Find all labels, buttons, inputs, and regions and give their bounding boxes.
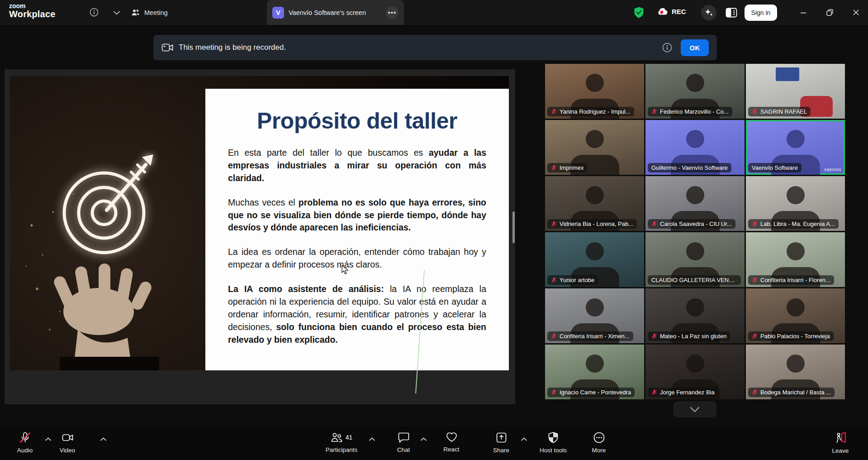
participant-name: Federico Marzovillo - Co... [660,108,729,115]
muted-mic-icon [651,109,657,115]
tile-watermark: vaenvio [824,167,841,172]
audio-button[interactable]: Audio [11,431,39,454]
ai-companion-icon[interactable] [701,5,716,20]
participant-name: CLAUDIO GALLETERIA VENE... [651,277,737,283]
shield-icon [547,431,559,444]
heart-icon [446,431,458,443]
recording-indicator[interactable]: REC [657,7,686,16]
audio-options-chevron[interactable] [43,436,52,443]
participant-name: Imprimex [560,164,583,171]
participant-name: Mateo - La Paz sin gluten [660,333,726,340]
muted-mic-icon [651,221,657,227]
mouse-cursor-icon [342,265,349,275]
zoom-window: zoom Workplace Meeting V Vaenvío Softwar… [0,0,868,460]
participant-tile[interactable]: Yanina Rodriguez - Impul... [545,64,644,119]
zoom-workplace-logo: zoom Workplace [9,3,56,19]
participants-options-chevron[interactable] [367,436,376,443]
slide-text-panel: Propósito del taller En esta parte del t… [205,89,509,370]
participant-tile[interactable]: Confiteria Irisarri - Floren... [746,232,845,287]
slide-paragraph: La IA como asistente de análisis: la IA … [228,283,486,346]
participant-tile[interactable]: Mateo - La Paz sin gluten [645,288,745,343]
participant-nametag: Jorge Fernandez Bia [648,388,718,397]
tab-meeting[interactable]: Meeting [125,0,174,25]
more-button[interactable]: More [586,431,612,454]
chat-options-chevron[interactable] [419,436,428,443]
participant-tile[interactable]: Imprimex [545,120,644,175]
participant-nametag: Confiteria Irisarri - Ximen... [547,331,633,341]
participant-nametag: Confiteria Irisarri - Floren... [748,275,834,285]
participant-tile[interactable]: CLAUDIO GALLETERIA VENE... [645,232,745,287]
minimize-button[interactable] [796,8,811,17]
participant-tile[interactable]: Bodega Marichal / Basta ... [746,345,845,399]
close-button[interactable] [849,7,863,18]
participant-nametag: Bodega Marichal / Basta ... [748,388,835,397]
participant-name: Ignacio Came - Pontevedra [560,389,631,396]
recording-banner-text: This meeting is being recorded. [179,43,662,52]
tab-screen-share[interactable]: V Vaenvío Software's screen ••• [267,0,404,25]
react-button[interactable]: React [437,431,466,453]
chat-button[interactable]: Chat [389,431,418,453]
participant-tile[interactable]: Federico Marzovillo - Co... [645,64,745,119]
participant-name: Pablo Palacios - Torrevieja [760,333,830,340]
share-options-chevron[interactable] [519,436,528,443]
participant-name: Confiteria Irisarri - Floren... [760,277,830,283]
video-label: Video [60,447,75,454]
participant-nametag: CLAUDIO GALLETERIA VENE... [648,275,741,285]
muted-mic-icon [752,389,758,395]
participant-name: SAGRIN RAFAEL [760,108,807,115]
sign-in-button[interactable]: Sign in [745,5,777,21]
restore-button[interactable] [822,7,837,18]
participant-tile[interactable]: Carola Saavedra - CIU Ur... [645,176,745,231]
muted-mic-icon [752,109,758,115]
muted-mic-icon [551,277,557,283]
participant-nametag: Mateo - La Paz sin gluten [648,331,730,341]
tab-screen-share-label: Vaenvío Software's screen [289,9,386,16]
scrollbar-handle[interactable] [512,211,515,243]
slide-paragraph: En esta parte del taller lo que buscamos… [228,147,486,185]
leave-label: Leave [832,447,849,454]
participant-tile[interactable]: Lab. Libra - Ma. Eugenia A... [746,176,845,231]
tab-meeting-label: Meeting [144,9,168,16]
share-button[interactable]: Share [487,431,516,454]
participant-tile[interactable]: Ignacio Came - Pontevedra [545,345,644,399]
participant-tile[interactable]: Jorge Fernandez Bia [645,345,745,399]
video-button[interactable]: Video [53,431,81,454]
muted-mic-icon [551,221,557,227]
share-label: Share [493,447,509,454]
participant-tile[interactable]: Yunior artobe [545,232,644,287]
muted-mic-icon [651,389,657,395]
participant-name: Vaenvío Software [752,164,798,171]
chevron-down-icon[interactable] [112,9,121,16]
tab-options-ellipsis-icon[interactable]: ••• [386,6,398,19]
participant-tile[interactable]: Vaenvío Softwarevaenvio [746,120,845,175]
participant-tile[interactable]: Confiteria Irisarri - Ximen... [545,288,644,343]
security-shield-icon[interactable] [632,6,645,19]
participant-nametag: Guillermo - Vaenvío Software [648,163,731,172]
side-panel-icon[interactable] [725,6,738,19]
muted-mic-icon [551,389,557,395]
brand-line2: Workplace [9,10,56,19]
participant-name: Yunior artobe [560,277,594,283]
leave-button[interactable]: Leave [826,431,855,454]
participant-name: Confiteria Irisarri - Ximen... [560,333,630,340]
participant-tile[interactable]: Guillermo - Vaenvío Software [645,120,745,175]
meeting-info-icon[interactable] [89,7,100,18]
ok-button[interactable]: OK [681,39,709,56]
slide-title: Propósito del taller [205,108,509,134]
participant-tile[interactable]: Pablo Palacios - Torrevieja [746,288,845,343]
participants-button[interactable]: 41 Participants [317,431,366,453]
host-tools-label: Host tools [540,447,567,454]
host-tools-button[interactable]: Host tools [534,431,573,454]
participant-tile[interactable]: Vidrieria Bia - Lorena, Pab... [545,176,644,231]
participant-name: Vidrieria Bia - Lorena, Pab... [560,220,633,227]
audio-label: Audio [17,447,33,454]
banner-info-icon[interactable] [662,42,673,53]
slide-paragraph: La idea es ordenar la operación, entende… [228,246,486,271]
muted-mic-icon [551,109,557,115]
video-options-chevron[interactable] [99,436,108,443]
slide-paragraphs: En esta parte del taller lo que buscamos… [228,147,486,346]
vaenvio-logo-icon: V [272,7,284,19]
gallery-next-page-button[interactable] [673,401,716,417]
participant-tile[interactable]: SAGRIN RAFAEL [746,64,845,119]
title-bar: zoom Workplace Meeting V Vaenvío Softwar… [0,0,868,25]
